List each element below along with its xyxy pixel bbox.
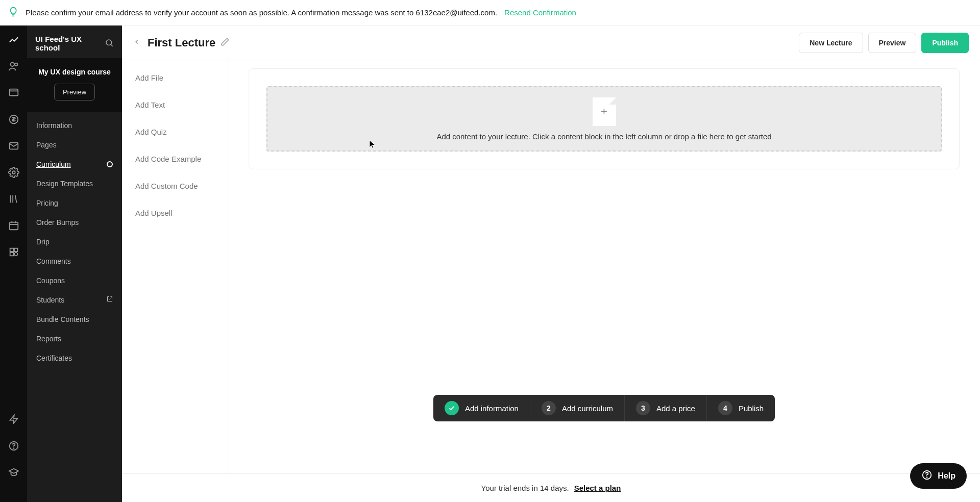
svg-point-21 (106, 40, 112, 45)
sidebar-item-label: Students (36, 296, 64, 304)
add-block-add-custom-code[interactable]: Add Custom Code (122, 172, 228, 199)
preview-course-button[interactable]: Preview (54, 84, 95, 101)
calendar-icon[interactable] (8, 219, 20, 232)
svg-rect-10 (9, 222, 18, 230)
step-add-a-price[interactable]: 3Add a price (625, 395, 707, 421)
sidebar-item-curriculum[interactable]: Curriculum (27, 155, 122, 174)
file-plus-icon: + (593, 97, 616, 126)
progress-stepper: Add information2Add curriculum3Add a pri… (433, 395, 775, 421)
sidebar-item-label: Design Templates (36, 180, 93, 188)
edit-title-icon[interactable] (220, 37, 230, 48)
svg-line-9 (15, 195, 16, 203)
course-name: My UX design course (34, 67, 115, 78)
step-label: Add information (465, 404, 519, 413)
svg-point-24 (927, 477, 927, 478)
step-publish[interactable]: 4Publish (707, 395, 775, 421)
bolt-icon[interactable] (8, 413, 20, 425)
step-add-curriculum[interactable]: 2Add curriculum (530, 395, 625, 421)
main-panel: First Lecture New Lecture Preview Publis… (122, 26, 980, 502)
svg-point-0 (10, 63, 14, 66)
sidebar: UI Feed's UX school My UX design course … (27, 26, 122, 502)
course-block: My UX design course Preview (27, 58, 122, 112)
step-number: 4 (718, 401, 732, 415)
svg-rect-2 (9, 89, 18, 96)
sidebar-item-coupons[interactable]: Coupons (27, 271, 122, 290)
emails-icon[interactable] (8, 140, 20, 152)
add-block-add-code-example[interactable]: Add Code Example (122, 145, 228, 172)
add-block-add-upsell[interactable]: Add Upsell (122, 199, 228, 227)
add-block-add-quiz[interactable]: Add Quiz (122, 118, 228, 145)
resend-confirmation-link[interactable]: Resend Confirmation (504, 8, 576, 17)
sidebar-item-pricing[interactable]: Pricing (27, 193, 122, 213)
help-icon (921, 469, 933, 483)
sidebar-item-label: Pages (36, 141, 57, 149)
graduation-icon[interactable] (8, 466, 20, 479)
publish-button[interactable]: Publish (921, 33, 969, 53)
sidebar-item-design-templates[interactable]: Design Templates (27, 174, 122, 193)
sidebar-item-label: Curriculum (36, 160, 71, 168)
svg-rect-16 (10, 253, 13, 256)
step-add-information[interactable]: Add information (433, 395, 530, 421)
apps-icon[interactable] (8, 246, 20, 258)
users-icon[interactable] (8, 60, 20, 72)
add-block-add-file[interactable]: Add File (122, 64, 228, 91)
step-number: 3 (636, 401, 650, 415)
lecture-card: + Add content to your lecture. Click a c… (249, 68, 960, 169)
sidebar-item-information[interactable]: Information (27, 116, 122, 135)
dropzone[interactable]: + Add content to your lecture. Click a c… (266, 86, 942, 152)
trial-bar: Your trial ends in 14 days. Select a pla… (122, 473, 980, 502)
sidebar-item-bundle-contents[interactable]: Bundle Contents (27, 310, 122, 329)
add-block-add-text[interactable]: Add Text (122, 91, 228, 118)
check-icon (445, 401, 459, 415)
sales-icon[interactable] (8, 113, 20, 126)
select-plan-link[interactable]: Select a plan (574, 484, 621, 492)
help-button[interactable]: Help (910, 463, 967, 489)
external-link-icon (107, 296, 113, 304)
svg-point-17 (14, 253, 17, 256)
svg-point-1 (14, 63, 17, 66)
icon-rail (0, 26, 27, 502)
svg-point-20 (13, 448, 14, 448)
confirmation-banner: Please confirm your email address to ver… (0, 0, 980, 26)
site-icon[interactable] (8, 87, 20, 99)
sidebar-item-label: Order Bumps (36, 218, 79, 227)
sidebar-item-label: Certificates (36, 354, 72, 362)
sidebar-item-label: Comments (36, 257, 71, 265)
sidebar-item-pages[interactable]: Pages (27, 135, 122, 155)
step-number: 2 (542, 401, 556, 415)
back-chevron-icon[interactable] (133, 38, 140, 47)
svg-marker-18 (10, 415, 17, 424)
step-label: Publish (739, 404, 764, 413)
sidebar-item-label: Bundle Contents (36, 315, 89, 323)
sidebar-item-reports[interactable]: Reports (27, 329, 122, 348)
sidebar-item-label: Reports (36, 335, 61, 343)
step-label: Add curriculum (562, 404, 613, 413)
sidebar-item-label: Coupons (36, 277, 65, 285)
sidebar-item-students[interactable]: Students (27, 290, 122, 310)
library-icon[interactable] (8, 193, 20, 205)
lecture-title: First Lecture (148, 36, 215, 49)
lightbulb-icon (8, 7, 18, 18)
sidebar-item-comments[interactable]: Comments (27, 252, 122, 271)
svg-point-6 (12, 171, 15, 174)
school-title: UI Feed's UX school (35, 35, 105, 52)
analytics-icon[interactable] (8, 34, 20, 46)
sidebar-item-order-bumps[interactable]: Order Bumps (27, 213, 122, 232)
svg-rect-15 (14, 248, 17, 252)
settings-icon[interactable] (8, 166, 20, 179)
svg-rect-14 (10, 248, 13, 252)
search-icon[interactable] (105, 38, 114, 49)
new-lecture-button[interactable]: New Lecture (799, 33, 863, 53)
preview-lecture-button[interactable]: Preview (868, 33, 917, 53)
svg-line-22 (111, 44, 112, 46)
topbar: First Lecture New Lecture Preview Publis… (122, 26, 980, 60)
active-indicator-icon (107, 161, 113, 167)
trial-message: Your trial ends in 14 days. (481, 484, 569, 492)
sidebar-item-drip[interactable]: Drip (27, 232, 122, 252)
sidebar-item-certificates[interactable]: Certificates (27, 348, 122, 368)
dropzone-text: Add content to your lecture. Click a con… (436, 132, 771, 141)
help-circle-icon[interactable] (8, 440, 20, 452)
step-label: Add a price (656, 404, 695, 413)
sidebar-item-label: Information (36, 121, 72, 130)
cursor-icon (369, 140, 376, 149)
